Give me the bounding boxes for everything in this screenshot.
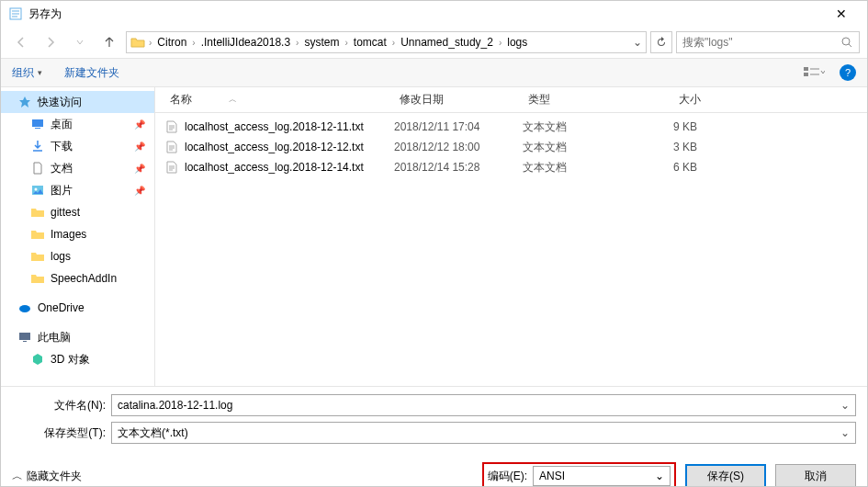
sidebar-item-downloads[interactable]: 下载 📌 (1, 135, 154, 157)
column-name[interactable]: 名称︿ (164, 92, 394, 108)
svg-line-5 (849, 44, 851, 47)
text-file-icon (164, 140, 179, 154)
picture-icon (30, 183, 45, 198)
filename-label: 文件名(N): (12, 398, 111, 413)
column-type[interactable]: 类型 (523, 92, 624, 108)
sidebar-onedrive[interactable]: OneDrive (1, 297, 154, 319)
cube-icon (30, 352, 45, 367)
bottom-panel: 文件名(N): ⌄ 保存类型(T): 文本文档(*.txt) ⌄ (1, 386, 867, 455)
download-icon (30, 139, 45, 153)
sidebar-this-pc[interactable]: 此电脑 (1, 326, 154, 348)
encoding-value: ANSI (539, 470, 565, 482)
back-button[interactable] (8, 29, 34, 55)
svg-rect-12 (35, 128, 40, 129)
breadcrumb-item[interactable]: system (302, 36, 341, 49)
svg-rect-11 (32, 119, 43, 127)
sidebar-item-pictures[interactable]: 图片 📌 (1, 179, 154, 201)
text-file-icon (164, 160, 179, 175)
folder-icon (130, 35, 145, 50)
sidebar-item-documents[interactable]: 文档 📌 (1, 157, 154, 179)
up-button[interactable] (96, 29, 122, 55)
chevron-right-icon[interactable]: › (343, 38, 349, 48)
column-size[interactable]: 大小 (624, 92, 706, 108)
close-button[interactable]: ✕ (823, 6, 860, 21)
svg-point-15 (19, 305, 30, 312)
svg-rect-16 (19, 333, 30, 340)
breadcrumb-item[interactable]: logs (505, 36, 529, 49)
breadcrumb-item[interactable]: .IntelliJIdea2018.3 (199, 36, 292, 49)
search-box[interactable] (676, 31, 860, 53)
sidebar-item-folder[interactable]: Images (1, 223, 154, 245)
chevron-right-icon[interactable]: › (294, 38, 300, 48)
breadcrumb-item[interactable]: Unnamed_study_2 (399, 36, 495, 49)
pin-icon: 📌 (134, 164, 145, 174)
search-input[interactable] (682, 36, 840, 49)
chevron-right-icon[interactable]: › (190, 38, 197, 48)
svg-point-14 (35, 188, 38, 191)
main-area: 快速访问 桌面 📌 下载 📌 文档 📌 图片 📌 gittest I (1, 87, 867, 386)
cancel-button[interactable]: 取消 (775, 464, 856, 487)
encoding-group: 编码(E): ANSI ⌄ (482, 462, 676, 487)
sidebar-quick-access[interactable]: 快速访问 (1, 91, 154, 113)
new-folder-button[interactable]: 新建文件夹 (64, 65, 119, 81)
save-button[interactable]: 保存(S) (685, 464, 766, 487)
file-row[interactable]: localhost_access_log.2018-12-14.txt 2018… (164, 157, 867, 177)
encoding-combo[interactable]: ANSI ⌄ (533, 466, 671, 486)
breadcrumb-dropdown[interactable]: ⌄ (633, 36, 642, 49)
breadcrumb-item[interactable]: Citron (155, 36, 188, 49)
svg-rect-17 (23, 341, 27, 342)
breadcrumb-bar[interactable]: › Citron › .IntelliJIdea2018.3 › system … (126, 31, 647, 53)
sidebar-item-folder[interactable]: logs (1, 245, 154, 267)
chevron-right-icon[interactable]: › (390, 38, 397, 48)
computer-icon (17, 330, 32, 345)
file-list: 名称︿ 修改日期 类型 大小 localhost_access_log.2018… (155, 87, 867, 386)
folder-icon (30, 205, 45, 220)
pin-icon: 📌 (134, 186, 145, 196)
chevron-up-icon: ︿ (12, 469, 23, 484)
chevron-right-icon[interactable]: › (147, 38, 153, 48)
document-icon (30, 161, 45, 176)
help-button[interactable]: ? (840, 64, 856, 81)
sidebar-item-folder[interactable]: gittest (1, 201, 154, 223)
file-row[interactable]: localhost_access_log.2018-12-11.txt 2018… (164, 117, 867, 137)
column-date[interactable]: 修改日期 (394, 92, 523, 108)
sidebar: 快速访问 桌面 📌 下载 📌 文档 📌 图片 📌 gittest I (1, 87, 155, 386)
recent-dropdown[interactable] (67, 29, 93, 55)
forward-button[interactable] (38, 29, 63, 55)
sort-indicator-icon: ︿ (229, 94, 237, 106)
column-headers: 名称︿ 修改日期 类型 大小 (155, 87, 867, 113)
chevron-down-icon: ▾ (38, 68, 42, 77)
toolbar: 组织 ▾ 新建文件夹 ? (1, 58, 867, 87)
folder-icon (30, 249, 45, 264)
file-row[interactable]: localhost_access_log.2018-12-12.txt 2018… (164, 137, 867, 157)
chevron-right-icon[interactable]: › (497, 38, 503, 48)
view-options-button[interactable] (803, 66, 825, 79)
filetype-combo[interactable]: 文本文档(*.txt) ⌄ (111, 422, 856, 444)
svg-point-4 (842, 38, 850, 45)
svg-rect-6 (804, 67, 808, 71)
onedrive-icon (17, 300, 32, 315)
navigation-bar: › Citron › .IntelliJIdea2018.3 › system … (1, 27, 867, 58)
chevron-down-icon[interactable]: ⌄ (840, 399, 850, 412)
organize-button[interactable]: 组织 ▾ (12, 65, 42, 81)
filetype-value: 文本文档(*.txt) (118, 425, 840, 441)
text-file-icon (164, 119, 179, 134)
sidebar-item-folder[interactable]: SpeechAddIn (1, 267, 154, 289)
refresh-button[interactable] (650, 31, 672, 53)
svg-marker-10 (19, 96, 30, 108)
filename-input[interactable] (118, 399, 840, 412)
breadcrumb-item[interactable]: tomcat (352, 36, 389, 49)
search-icon[interactable] (840, 36, 853, 49)
filetype-label: 保存类型(T): (12, 425, 111, 441)
hide-folders-toggle[interactable]: ︿ 隐藏文件夹 (12, 469, 82, 484)
pin-icon: 📌 (134, 119, 145, 130)
chevron-down-icon[interactable]: ⌄ (840, 426, 850, 439)
svg-rect-7 (804, 73, 808, 76)
window-title: 另存为 (28, 6, 823, 22)
app-icon (8, 6, 23, 21)
desktop-icon (30, 117, 45, 131)
filename-combo[interactable]: ⌄ (111, 394, 856, 416)
sidebar-item-3d-objects[interactable]: 3D 对象 (1, 348, 154, 370)
chevron-down-icon[interactable]: ⌄ (655, 470, 664, 482)
sidebar-item-desktop[interactable]: 桌面 📌 (1, 113, 154, 135)
